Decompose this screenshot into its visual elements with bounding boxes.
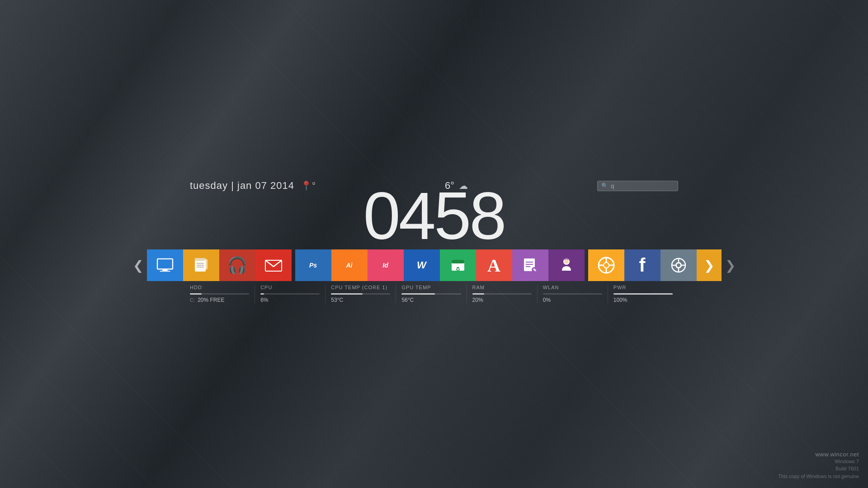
monitor-icon	[156, 258, 174, 272]
stats-row: HDD C: 20% FREE CPU 6% CPU TEMP (CORE 1)…	[163, 285, 705, 303]
svg-rect-2	[160, 271, 170, 272]
stat-pwr: PWR 100%	[608, 285, 678, 303]
stat-ram-bar	[472, 293, 484, 295]
icon-group-divider	[292, 249, 295, 281]
svg-rect-8	[205, 259, 208, 269]
app-icon-facebook[interactable]: f	[624, 249, 660, 281]
steam-icon	[670, 257, 687, 273]
stat-wlan: WLAN 0%	[538, 285, 608, 303]
svg-rect-0	[157, 259, 173, 269]
green-app-icon	[450, 257, 466, 273]
svg-text:✎: ✎	[533, 268, 537, 272]
ai-label: Ai	[346, 262, 353, 269]
stat-hdd-bar	[190, 293, 202, 295]
stat-cputemp-bar	[331, 293, 363, 295]
stat-cputemp-value: 53°C	[331, 297, 390, 303]
stat-cpu-bar	[260, 293, 264, 295]
stat-pwr-label: PWR	[613, 285, 673, 290]
watermark-build: Windows 7 Build 7601 This copy of Window…	[778, 458, 859, 480]
app-icon-girl[interactable]	[548, 249, 585, 281]
stat-hdd-label: HDD	[190, 285, 249, 290]
app-icon-indesign[interactable]: Id	[368, 249, 404, 281]
stat-cputemp-label: CPU TEMP (CORE 1)	[331, 285, 390, 290]
search-magnifier-icon: 🔍	[601, 183, 608, 189]
search-box[interactable]: 🔍	[597, 181, 678, 191]
stat-wlan-label: WLAN	[543, 285, 602, 290]
stat-ram-value: 20%	[472, 297, 532, 303]
stat-cpu-label: CPU	[260, 285, 320, 290]
search-input[interactable]	[611, 183, 674, 189]
watermark-url: www.wincor.net	[778, 451, 859, 458]
stat-hdd: HDD C: 20% FREE	[190, 285, 255, 303]
app-icon-illustrator[interactable]: Ai	[331, 249, 368, 281]
clock-display: 0458	[363, 183, 505, 249]
girl-icon	[558, 257, 575, 273]
nav-left-arrow[interactable]: ❮	[129, 258, 147, 273]
id-label: Id	[382, 262, 388, 269]
svg-point-20	[564, 259, 569, 264]
icons-row: ❮ 🎧	[129, 249, 739, 281]
stat-gputemp-value: 56°C	[401, 297, 461, 303]
notepad-icon	[193, 257, 209, 273]
svg-rect-4	[195, 258, 206, 261]
stat-gputemp: GPU TEMP 56°C	[396, 285, 467, 303]
svg-rect-11	[452, 260, 464, 263]
stat-wlan-bar-container	[543, 293, 602, 295]
app-icon-chrome[interactable]	[588, 249, 624, 281]
chrome-icon	[598, 257, 615, 274]
stat-pwr-bar-container	[613, 293, 673, 295]
stat-pwr-bar	[613, 293, 673, 295]
stat-ram: RAM 20%	[467, 285, 538, 303]
stat-cputemp: CPU TEMP (CORE 1) 53°C	[326, 285, 396, 303]
stat-cpu: CPU 6%	[255, 285, 326, 303]
app-icon-more[interactable]: ❯	[697, 249, 722, 281]
app-icon-notes[interactable]: ✎	[512, 249, 548, 281]
location-icon: 📍°	[301, 180, 316, 191]
fb-label: f	[639, 254, 646, 276]
app-icon-photoshop[interactable]: Ps	[295, 249, 331, 281]
stat-gputemp-bar	[401, 293, 434, 295]
svg-rect-1	[162, 269, 167, 271]
app-icon-word[interactable]: W	[404, 249, 440, 281]
svg-point-23	[604, 263, 609, 267]
w-label: W	[417, 259, 426, 271]
date-text: tuesday | jan 07 2014	[190, 180, 294, 192]
stat-ram-label: RAM	[472, 285, 532, 290]
stat-wlan-value: 0%	[543, 297, 602, 303]
stat-cpu-value: 6%	[260, 297, 320, 303]
font-a-label: A	[487, 255, 500, 276]
more-arrow-icon: ❯	[704, 258, 714, 273]
stat-pwr-value: 100%	[613, 297, 673, 303]
app-icon-headphones[interactable]: 🎧	[219, 249, 255, 281]
app-icon-mycomputer[interactable]	[147, 249, 183, 281]
notes-icon: ✎	[523, 258, 538, 273]
stat-gputemp-label: GPU TEMP	[401, 285, 461, 290]
gmail-icon	[264, 258, 283, 272]
icon-group-divider-2	[585, 249, 588, 281]
nav-right-arrow[interactable]: ❯	[722, 258, 739, 273]
ps-label: Ps	[309, 262, 317, 269]
main-content: tuesday | jan 07 2014 📍° 6° ☁ 🔍 0458 ❮	[163, 180, 705, 303]
stat-cputemp-bar-container	[331, 293, 390, 295]
stat-ram-bar-container	[472, 293, 532, 295]
stat-hdd-value: C: 20% FREE	[190, 297, 249, 303]
app-icon-notepad[interactable]	[183, 249, 219, 281]
svg-point-30	[677, 263, 680, 267]
app-icon-steam[interactable]	[660, 249, 697, 281]
stat-hdd-bar-container	[190, 293, 249, 295]
app-icon-gmail[interactable]	[255, 249, 292, 281]
stat-gputemp-bar-container	[401, 293, 461, 295]
headphones-icon-glyph: 🎧	[227, 256, 247, 275]
app-icon-font[interactable]: A	[476, 249, 512, 281]
date-section: tuesday | jan 07 2014 📍°	[190, 180, 316, 192]
app-icon-green[interactable]	[440, 249, 476, 281]
watermark: www.wincor.net Windows 7 Build 7601 This…	[778, 451, 859, 480]
stat-cpu-bar-container	[260, 293, 320, 295]
